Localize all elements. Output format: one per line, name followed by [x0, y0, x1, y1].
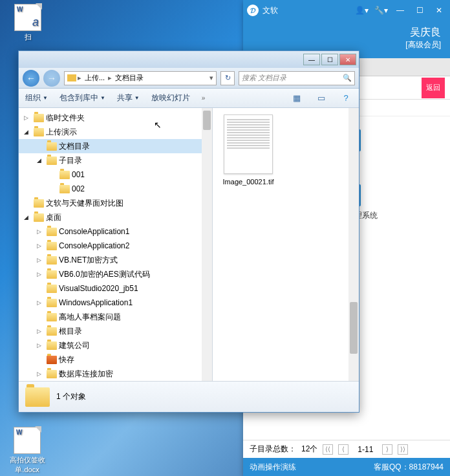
- return-button[interactable]: 返回: [422, 78, 445, 98]
- tree-item[interactable]: 文软与天健界面对比图: [19, 196, 212, 210]
- folder-tree[interactable]: ▷临时文件夹◢上传演示文档目录◢子目录001002文软与天健界面对比图◢桌面▷C…: [19, 108, 213, 381]
- settings-icon[interactable]: 🔧▾: [374, 5, 388, 16]
- tree-item[interactable]: ▷临时文件夹: [19, 111, 212, 125]
- app-logo-icon: 𝓓: [247, 5, 259, 16]
- chevron-right-icon[interactable]: ▷: [37, 371, 45, 377]
- folder-icon: [34, 199, 44, 208]
- folder-icon: [47, 299, 57, 307]
- folder-icon: [47, 285, 57, 293]
- toolbar-include[interactable]: 包含到库中▼: [59, 92, 105, 103]
- explorer-titlebar[interactable]: — ☐ ✕: [19, 51, 359, 68]
- content-scrollbar[interactable]: [348, 108, 359, 381]
- content-pane[interactable]: Image_00021.tif: [213, 108, 359, 381]
- tree-item[interactable]: 快存: [19, 352, 212, 367]
- tree-item-label: WindowsApplication1: [59, 298, 133, 307]
- folder-icon: [34, 128, 44, 136]
- tree-item-label: 根目录: [59, 326, 82, 337]
- folder-icon: [47, 327, 57, 336]
- chevron-right-icon[interactable]: ▷: [37, 257, 45, 263]
- user-icon[interactable]: 👤▾: [354, 5, 369, 16]
- tree-item[interactable]: ◢桌面: [19, 210, 212, 224]
- refresh-button[interactable]: ↻: [220, 71, 235, 85]
- minimize-button[interactable]: —: [393, 5, 407, 16]
- tree-item[interactable]: ◢子目录: [19, 153, 212, 168]
- preview-icon[interactable]: ▭: [315, 92, 328, 104]
- search-input[interactable]: 搜索 文档目录 🔍: [239, 71, 355, 85]
- tree-item[interactable]: ▷数据库连接加密: [19, 367, 212, 381]
- chevron-right-icon[interactable]: ▷: [37, 228, 45, 235]
- minimize-button[interactable]: —: [303, 54, 320, 65]
- folder-icon: [47, 228, 57, 236]
- chevron-right-icon[interactable]: ▷: [37, 271, 45, 277]
- tree-item-label: ConsoleApplication2: [59, 241, 129, 250]
- tree-item[interactable]: ▷ConsoleApplication2: [19, 239, 212, 253]
- view-icon[interactable]: ▦: [290, 92, 303, 104]
- toolbar-share[interactable]: 共享▼: [117, 92, 140, 103]
- icon-label: 扫: [25, 33, 32, 41]
- breadcrumb-seg[interactable]: 文档目录: [113, 73, 145, 83]
- tree-item[interactable]: ▷WindowsApplication1: [19, 296, 212, 310]
- user-tier: [高级会员]: [252, 39, 441, 50]
- search-icon: 🔍: [343, 74, 352, 82]
- page-range: 1-11: [358, 445, 373, 454]
- tree-item-label: 子目录: [59, 155, 82, 166]
- tree-item-label: 002: [72, 184, 85, 193]
- chevron-right-icon[interactable]: ▷: [37, 342, 45, 349]
- tree-item[interactable]: 001: [19, 168, 212, 182]
- breadcrumb-seg[interactable]: 上传...: [83, 73, 107, 83]
- page-next-button[interactable]: ⟩: [382, 444, 392, 455]
- toolbar-slideshow[interactable]: 放映幻灯片: [151, 92, 190, 103]
- chevron-right-icon[interactable]: ▷: [37, 243, 45, 249]
- tree-item-label: ConsoleApplication1: [59, 227, 129, 236]
- file-item[interactable]: Image_00021.tif: [219, 114, 277, 186]
- folder-icon: [47, 356, 57, 364]
- page-last-button[interactable]: ⟩⟩: [398, 444, 408, 455]
- tree-item[interactable]: 文档目录: [19, 139, 212, 153]
- explorer-statusbar: 1 个对象: [19, 381, 359, 412]
- tree-item[interactable]: 002: [19, 182, 212, 196]
- nav-back-button[interactable]: ←: [23, 70, 39, 87]
- tree-item[interactable]: VisualStudio2020_jb51: [19, 281, 212, 296]
- tif-thumbnail-icon: [224, 114, 273, 174]
- close-button[interactable]: ✕: [432, 5, 446, 16]
- chevron-down-icon[interactable]: ◢: [37, 157, 45, 164]
- desktop-icon-docx[interactable]: 高拍仪签收单.docx: [8, 427, 47, 475]
- folder-icon: [47, 256, 57, 265]
- tree-item[interactable]: ▷建筑公司: [19, 338, 212, 352]
- folder-icon: [47, 242, 57, 250]
- subdir-count-value: 12个: [301, 444, 317, 455]
- page-first-button[interactable]: ⟨⟨: [323, 444, 333, 455]
- chevron-down-icon[interactable]: ◢: [24, 214, 32, 221]
- folder-icon: [67, 74, 76, 81]
- close-button[interactable]: ✕: [339, 54, 356, 65]
- toolbar-organize[interactable]: 组织▼: [25, 92, 48, 103]
- tree-item[interactable]: ▷VB6.0加密的AES测试代码: [19, 267, 212, 281]
- file-name: Image_00021.tif: [219, 178, 277, 186]
- tree-item-label: 快存: [59, 354, 74, 365]
- tree-item[interactable]: 高地人事档案问题: [19, 310, 212, 324]
- tree-item[interactable]: ▷VB.NET加密方式: [19, 253, 212, 267]
- maximize-button[interactable]: ☐: [412, 5, 427, 16]
- tree-scrollbar[interactable]: [202, 108, 212, 381]
- maximize-button[interactable]: ☐: [321, 54, 338, 65]
- page-prev-button[interactable]: ⟨: [338, 444, 348, 455]
- chevron-right-icon[interactable]: ▷: [37, 328, 45, 334]
- tree-item-label: 文软与天健界面对比图: [46, 198, 123, 209]
- user-name: 吴庆良: [252, 26, 441, 39]
- chevron-down-icon[interactable]: ◢: [24, 129, 32, 135]
- help-icon[interactable]: ?: [339, 92, 352, 104]
- tree-item[interactable]: ▷ConsoleApplication1: [19, 224, 212, 239]
- breadcrumb[interactable]: ▸ 上传... ▸ 文档目录 ▾: [64, 71, 217, 85]
- tree-item[interactable]: ▷根目录: [19, 324, 212, 338]
- tree-item-label: 桌面: [46, 212, 61, 223]
- nav-forward-button[interactable]: →: [43, 70, 60, 87]
- tree-item-label: VisualStudio2020_jb51: [59, 284, 138, 293]
- app-title: 文软: [262, 5, 354, 16]
- chevron-right-icon[interactable]: ▷: [37, 299, 45, 306]
- tree-item-label: VB6.0加密的AES测试代码: [59, 269, 150, 280]
- tree-item[interactable]: ◢上传演示: [19, 125, 212, 139]
- desktop-icon[interactable]: a 扫: [12, 4, 44, 42]
- tree-item-label: 上传演示: [46, 127, 77, 138]
- chevron-right-icon[interactable]: ▷: [24, 114, 32, 121]
- folder-icon: [59, 185, 70, 193]
